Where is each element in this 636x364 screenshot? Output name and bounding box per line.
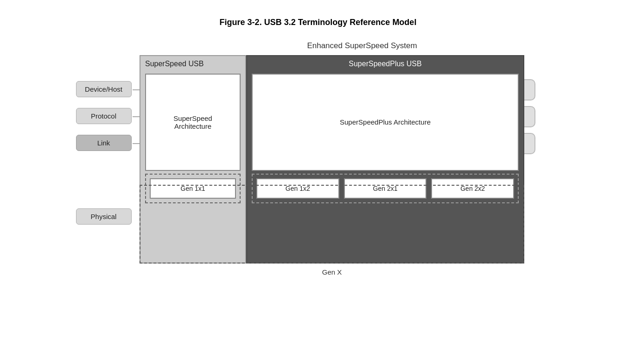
h-line-3 [133, 143, 140, 144]
ss-architecture-box: SuperSpeedArchitecture [145, 74, 241, 171]
ssp-title: SuperSpeedPlus USB [247, 56, 523, 71]
ssp-architecture-box: SuperSpeedPlus Architecture [252, 74, 519, 171]
genx-dashed-top [140, 185, 524, 186]
label-device-host: Device/Host [76, 81, 132, 97]
h-line-2 [133, 116, 140, 117]
layer-protocol: Protocol [75, 105, 133, 127]
diagram-wrapper: Figure 3-2. USB 3.2 Terminology Referenc… [63, 18, 573, 347]
layer-device-host: Device/Host [75, 78, 133, 100]
right-connector-1 [524, 79, 535, 100]
genx-label: Gen X [140, 268, 524, 276]
ssp-arch-label: SuperSpeedPlus Architecture [340, 118, 431, 126]
label-physical: Physical [76, 208, 132, 225]
right-connector-2 [524, 106, 535, 127]
h-line-1 [133, 89, 140, 90]
ss-title: SuperSpeed USB [140, 56, 245, 71]
layer-link: Link [75, 132, 133, 154]
main-diagram: Enhanced SuperSpeed System Device/Host P… [75, 41, 561, 347]
ss-arch-label: SuperSpeedArchitecture [173, 114, 212, 130]
enhanced-label: Enhanced SuperSpeed System [181, 41, 543, 50]
page-container: Figure 3-2. USB 3.2 Terminology Referenc… [0, 0, 636, 364]
label-protocol: Protocol [76, 108, 132, 124]
genx-dashed-bottom [140, 185, 524, 264]
right-connector-3 [524, 133, 535, 154]
label-link: Link [76, 135, 132, 151]
layer-physical: Physical [75, 206, 133, 228]
figure-title: Figure 3-2. USB 3.2 Terminology Referenc… [220, 18, 417, 27]
